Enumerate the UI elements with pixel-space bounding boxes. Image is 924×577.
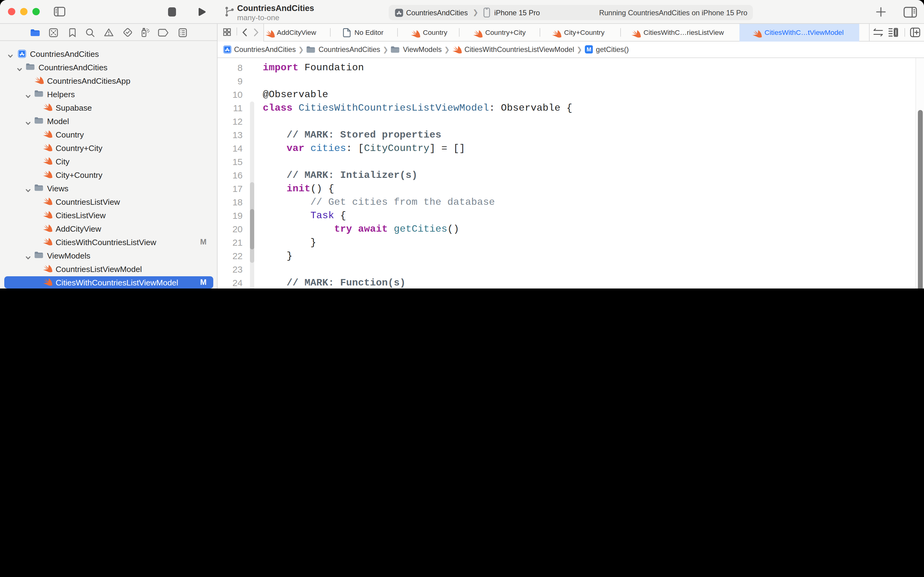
svg-text:M: M: [586, 47, 591, 53]
